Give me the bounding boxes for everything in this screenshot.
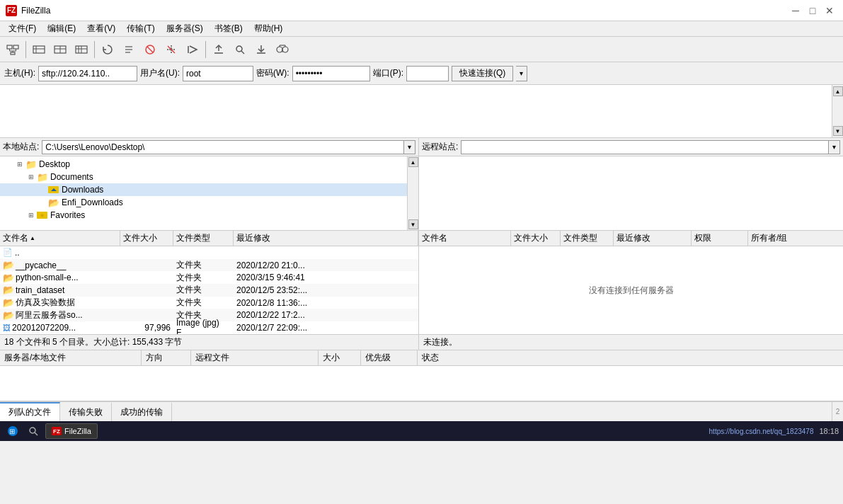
tree-scroll-down[interactable]: ▼ (408, 219, 418, 229)
folder-icon-desktop: 📁 (25, 159, 37, 170)
quickconnect-dropdown[interactable]: ▾ (516, 66, 527, 81)
svg-rect-7 (33, 46, 45, 53)
start-button[interactable]: ⊞ (4, 423, 21, 439)
toolbar-btn-transfer[interactable] (71, 40, 91, 59)
svg-rect-37 (48, 186, 53, 188)
scrollbar-up-arrow[interactable]: ▲ (833, 86, 843, 96)
menu-help[interactable]: 帮助(H) (248, 21, 289, 36)
tab-failed[interactable]: 传输失败 (60, 402, 112, 421)
remote-section: 远程站点: ▾ 文件名 文件大小 文件类型 最近修改 权限 所有者/组 没有连接… (419, 138, 843, 350)
tree-label-enfi: Enfi_Downloads (62, 197, 123, 207)
tab-queued[interactable]: 列队的文件 (0, 402, 60, 421)
password-input[interactable] (292, 66, 370, 81)
local-col-date[interactable]: 最近修改 (234, 231, 418, 246)
remote-col-date[interactable]: 最近修改 (614, 231, 692, 246)
menu-transfer[interactable]: 传输(T) (121, 21, 160, 36)
tree-scrollbar[interactable]: ▲ ▼ (407, 156, 418, 230)
tree-label-desktop: Desktop (39, 159, 70, 169)
svg-line-45 (35, 433, 38, 435)
remote-col-filename[interactable]: 文件名 (419, 231, 511, 246)
toolbar-stop[interactable] (140, 40, 160, 59)
file-row-python[interactable]: 📂python-small-e... 文件夹 2020/3/15 9:46:41 (0, 271, 418, 284)
remote-path-input[interactable] (461, 140, 829, 154)
username-input[interactable] (183, 66, 253, 81)
scrollbar-down-arrow[interactable]: ▼ (833, 126, 843, 136)
local-path-label: 本地站点: (3, 141, 39, 153)
remote-col-size[interactable]: 文件大小 (511, 231, 561, 246)
tree-item-favorites[interactable]: ⊞ ★ Favorites (0, 209, 407, 222)
toolbar-btn-local[interactable] (29, 40, 49, 59)
host-input[interactable] (38, 66, 137, 81)
file-cell-name: 📄.. (0, 248, 120, 258)
local-col-size[interactable]: 文件大小 (120, 231, 173, 246)
menu-server[interactable]: 服务器(S) (161, 21, 209, 36)
toolbar-refresh[interactable] (98, 40, 117, 59)
toolbar-site-manager[interactable] (3, 40, 23, 59)
taskbar-search[interactable] (25, 423, 41, 439)
local-col-name[interactable]: 文件名▲ (0, 231, 120, 246)
toolbar-cancel-queue[interactable] (161, 40, 181, 59)
port-input[interactable] (406, 66, 449, 81)
tree-item-enfi[interactable]: 📂 Enfi_Downloads (0, 196, 407, 209)
transfer-col-priority: 优先级 (361, 350, 418, 365)
remote-col-perm[interactable]: 权限 (692, 231, 748, 246)
file-cell-name: 📂train_dataset (0, 285, 120, 295)
transfer-col-status: 状态 (418, 350, 843, 365)
tree-item-downloads[interactable]: Downloads (0, 183, 407, 196)
toolbar-process-queue[interactable] (119, 40, 139, 59)
transfer-queue-content (0, 366, 843, 401)
toolbar-binoculars[interactable] (273, 40, 292, 59)
file-cell-date: 2020/12/22 17:2... (234, 310, 418, 320)
taskbar-filezilla-app[interactable]: FZ FileZilla (45, 423, 98, 439)
toolbar-resume[interactable] (183, 40, 202, 59)
tree-scroll-up[interactable]: ▲ (408, 157, 418, 167)
minimize-button[interactable]: ─ (788, 4, 803, 18)
file-row-parent[interactable]: 📄.. (0, 246, 418, 259)
app-title: FileZilla (21, 6, 50, 16)
file-row-image[interactable]: 🖼202012072209... 97,996 Image (jpg) F...… (0, 321, 418, 334)
menu-edit[interactable]: 编辑(E) (42, 21, 81, 36)
tree-item-documents[interactable]: ⊞ 📁 Documents (0, 171, 407, 183)
local-tree: ⊞ 📁 Desktop ⊞ 📁 Documents Downloads (0, 156, 418, 231)
local-file-list: 文件名▲ 文件大小 文件类型 最近修改 📄.. 📂__pycache__ 文件夹 (0, 231, 418, 334)
toolbar-search[interactable] (230, 40, 250, 59)
remote-file-header: 文件名 文件大小 文件类型 最近修改 权限 所有者/组 (419, 231, 843, 246)
local-section: 本地站点: ▾ ⊞ 📁 Desktop ⊞ 📁 Documents (0, 138, 419, 350)
menu-file[interactable]: 文件(F) (3, 21, 42, 36)
quickconnect-button[interactable]: 快速连接(Q) (452, 66, 513, 81)
log-scrollbar[interactable]: ▲ ▼ (832, 85, 843, 137)
local-path-bar: 本地站点: ▾ (0, 138, 418, 156)
file-cell-name: 📂python-small-e... (0, 273, 120, 283)
svg-point-30 (277, 47, 282, 52)
title-bar: FZ FileZilla ─ □ ✕ (0, 0, 843, 21)
toolbar-separator-3 (205, 41, 206, 58)
file-row-simulation[interactable]: 📂仿真及实验数据 文件夹 2020/12/8 11:36:... (0, 297, 418, 309)
svg-line-28 (241, 51, 244, 54)
local-path-dropdown[interactable]: ▾ (404, 140, 415, 154)
transfer-tabs: 列队的文件 传输失败 成功的传输 2 (0, 401, 843, 421)
connection-bar: 主机(H): 用户名(U): 密码(W): 端口(P): 快速连接(Q) ▾ (0, 62, 843, 85)
maximize-button[interactable]: □ (805, 4, 820, 18)
local-col-type[interactable]: 文件类型 (173, 231, 234, 246)
close-button[interactable]: ✕ (822, 4, 837, 18)
menu-bookmark[interactable]: 书签(B) (209, 21, 248, 36)
tab-success[interactable]: 成功的传输 (112, 402, 172, 421)
remote-col-type[interactable]: 文件类型 (561, 231, 614, 246)
tree-label-downloads: Downloads (62, 185, 103, 195)
toolbar-download[interactable] (251, 40, 271, 59)
folder-icon-enfi: 📂 (48, 197, 59, 208)
local-path-input[interactable] (42, 140, 404, 154)
remote-path-dropdown[interactable]: ▾ (829, 140, 840, 154)
file-row-train[interactable]: 📂train_dataset 文件夹 2020/12/5 23:52:... (0, 284, 418, 297)
taskbar-left: ⊞ FZ FileZilla (4, 423, 98, 439)
tree-item-desktop[interactable]: ⊞ 📁 Desktop (0, 158, 407, 171)
toolbar-upload[interactable] (209, 40, 229, 59)
file-cell-type: 文件夹 (173, 297, 234, 309)
remote-col-owner[interactable]: 所有者/组 (748, 231, 843, 246)
file-cell-name: 📂阿里云服务器so... (0, 309, 120, 321)
menu-view[interactable]: 查看(V) (81, 21, 121, 36)
file-row-pycache[interactable]: 📂__pycache__ 文件夹 2020/12/20 21:0... (0, 259, 418, 272)
local-file-rows: 📄.. 📂__pycache__ 文件夹 2020/12/20 21:0... … (0, 246, 418, 334)
file-cell-date: 2020/12/5 23:52:... (234, 285, 418, 295)
toolbar-btn-remote[interactable] (50, 40, 70, 59)
